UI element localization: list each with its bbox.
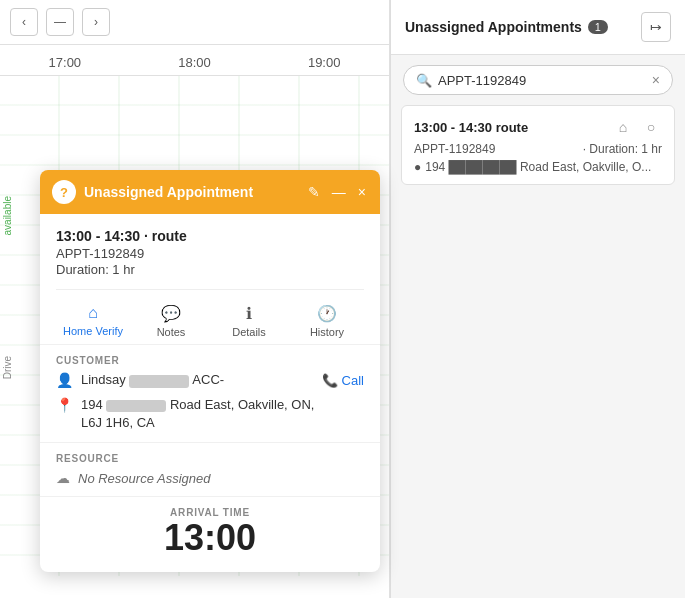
person-icon: 👤 bbox=[56, 372, 73, 388]
panel-header: Unassigned Appointments 1 ↦ bbox=[391, 0, 685, 55]
search-input[interactable] bbox=[438, 73, 652, 88]
search-icon: 🔍 bbox=[416, 73, 432, 88]
route-item-header: 13:00 - 14:30 route ⌂ ○ bbox=[414, 116, 662, 138]
route-appt-id: APPT-1192849 bbox=[414, 142, 495, 156]
time-label-1700: 17:00 bbox=[0, 55, 130, 70]
tab-history[interactable]: 🕐 History bbox=[290, 298, 364, 344]
customer-last-name-blurred bbox=[129, 375, 189, 388]
search-clear-icon[interactable]: × bbox=[652, 72, 660, 88]
search-bar[interactable]: 🔍 × bbox=[403, 65, 673, 95]
route-item-address: ● 194 ████████ Road East, Oakville, O... bbox=[414, 160, 662, 174]
customer-first-name: Lindsay bbox=[81, 372, 126, 387]
drive-label: Drive bbox=[2, 356, 13, 379]
unassigned-badge: 1 bbox=[588, 20, 608, 34]
popup-header-actions: ✎ — × bbox=[306, 182, 368, 202]
address-number: 194 bbox=[81, 397, 103, 412]
customer-acc: ACC- bbox=[192, 372, 224, 387]
resource-section: RESOURCE ☁ No Resource Assigned bbox=[40, 442, 380, 496]
call-button[interactable]: 📞 Call bbox=[322, 373, 364, 388]
call-label: Call bbox=[342, 373, 364, 388]
customer-section-label: CUSTOMER bbox=[56, 355, 364, 366]
tab-home-verify-label: Home Verify bbox=[63, 325, 123, 337]
panel-title: Unassigned Appointments bbox=[405, 19, 582, 35]
details-icon: ℹ bbox=[246, 304, 252, 323]
arrival-section: ARRIVAL TIME 13:00 bbox=[40, 496, 380, 572]
route-item-title: 13:00 - 14:30 route bbox=[414, 120, 528, 135]
address-line2: Road East, Oakville, ON, bbox=[170, 397, 315, 412]
popup-route-text: 13:00 - 14:30 · route bbox=[56, 228, 364, 244]
resource-icon: ☁ bbox=[56, 470, 70, 486]
history-icon: 🕐 bbox=[317, 304, 337, 323]
time-label-1800: 18:00 bbox=[130, 55, 260, 70]
tab-home-verify[interactable]: ⌂ Home Verify bbox=[56, 298, 130, 344]
timeline-header: ‹ — › bbox=[0, 0, 389, 45]
home-verify-icon: ⌂ bbox=[88, 304, 98, 322]
time-label-1900: 19:00 bbox=[259, 55, 389, 70]
popup-title: Unassigned Appointment bbox=[84, 184, 298, 200]
home-icon[interactable]: ⌂ bbox=[612, 116, 634, 138]
nav-dash-button[interactable]: — bbox=[46, 8, 74, 36]
route-duration: · Duration: 1 hr bbox=[583, 142, 662, 156]
resource-row: ☁ No Resource Assigned bbox=[56, 470, 364, 486]
nav-prev-button[interactable]: ‹ bbox=[10, 8, 38, 36]
tab-details[interactable]: ℹ Details bbox=[212, 298, 286, 344]
available-label: available bbox=[2, 196, 13, 235]
phone-icon: 📞 bbox=[322, 373, 338, 388]
popup-appt-id: APPT-1192849 bbox=[56, 246, 364, 261]
appointment-popup: ? Unassigned Appointment ✎ — × 13:00 - 1… bbox=[40, 170, 380, 572]
popup-close-button[interactable]: × bbox=[356, 182, 368, 202]
address-pin-icon: 📍 bbox=[56, 397, 73, 413]
resource-text: No Resource Assigned bbox=[78, 471, 210, 486]
tab-notes[interactable]: 💬 Notes bbox=[134, 298, 208, 344]
comment-icon[interactable]: ○ bbox=[640, 116, 662, 138]
address-line3: L6J 1H6, CA bbox=[81, 415, 155, 430]
nav-next-button[interactable]: › bbox=[82, 8, 110, 36]
popup-body: 13:00 - 14:30 · route APPT-1192849 Durat… bbox=[40, 214, 380, 344]
tab-details-label: Details bbox=[232, 326, 266, 338]
popup-duration: Duration: 1 hr bbox=[56, 262, 364, 277]
route-list-item[interactable]: 13:00 - 14:30 route ⌂ ○ APPT-1192849 · D… bbox=[401, 105, 675, 185]
route-pin-icon: ● bbox=[414, 160, 421, 174]
popup-header: ? Unassigned Appointment ✎ — × bbox=[40, 170, 380, 214]
route-item-detail: APPT-1192849 · Duration: 1 hr bbox=[414, 142, 662, 156]
tab-notes-label: Notes bbox=[157, 326, 186, 338]
export-button[interactable]: ↦ bbox=[641, 12, 671, 42]
time-labels-row: 17:00 18:00 19:00 bbox=[0, 45, 389, 76]
customer-name: Lindsay ACC- bbox=[81, 372, 314, 387]
tab-history-label: History bbox=[310, 326, 344, 338]
address-street-blurred bbox=[106, 400, 166, 412]
arrival-time: 13:00 bbox=[56, 518, 364, 558]
address-text: 194 Road East, Oakville, ON, L6J 1H6, CA bbox=[81, 396, 314, 432]
route-address-text: 194 ████████ Road East, Oakville, O... bbox=[425, 160, 651, 174]
customer-row: 👤 Lindsay ACC- 📞 Call bbox=[56, 372, 364, 388]
resource-section-label: RESOURCE bbox=[56, 453, 364, 464]
popup-question-icon: ? bbox=[52, 180, 76, 204]
popup-tabs: ⌂ Home Verify 💬 Notes ℹ Details 🕐 Histor… bbox=[56, 289, 364, 344]
customer-section: CUSTOMER 👤 Lindsay ACC- 📞 Call 📍 194 Roa… bbox=[40, 344, 380, 442]
right-panel: Unassigned Appointments 1 ↦ 🔍 × 13:00 - … bbox=[390, 0, 685, 598]
popup-edit-button[interactable]: ✎ bbox=[306, 182, 322, 202]
notes-icon: 💬 bbox=[161, 304, 181, 323]
address-row: 📍 194 Road East, Oakville, ON, L6J 1H6, … bbox=[56, 396, 364, 432]
popup-minimize-button[interactable]: — bbox=[330, 182, 348, 202]
route-item-icons: ⌂ ○ bbox=[612, 116, 662, 138]
